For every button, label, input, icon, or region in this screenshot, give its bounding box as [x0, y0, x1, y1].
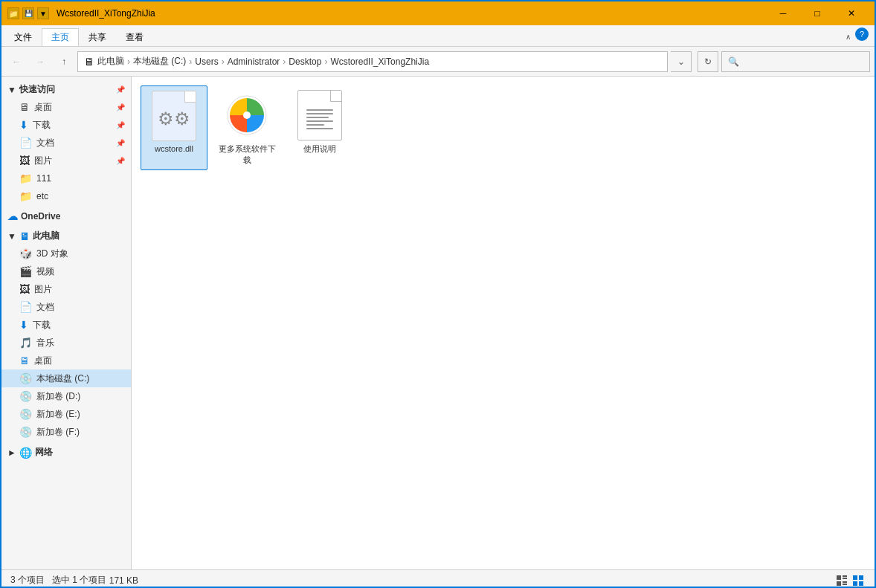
sidebar-item-images[interactable]: 🖼 图片: [1, 280, 131, 298]
minimize-button[interactable]: ─: [766, 1, 800, 25]
network-icon: 🌐: [19, 447, 32, 459]
pics-label: 图片: [34, 155, 52, 167]
sidebar-item-3d[interactable]: 🎲 3D 对象: [1, 245, 131, 262]
maximize-button[interactable]: □: [800, 1, 834, 25]
breadcrumb-part-3[interactable]: Administrator: [228, 56, 280, 67]
folder-111-icon: 📁: [19, 172, 32, 184]
breadcrumb-part-4[interactable]: Desktop: [289, 56, 321, 67]
quick-access-header[interactable]: ▼ 快速访问 📌: [1, 81, 131, 98]
pc-icon: 🖥: [19, 230, 30, 242]
details-view-icon[interactable]: [834, 573, 849, 588]
refresh-button[interactable]: ↻: [698, 51, 718, 72]
dropdown-icon[interactable]: ▼: [37, 7, 49, 19]
txt-file-icon: [297, 90, 342, 140]
folder-etc-icon: 📁: [19, 190, 32, 202]
sidebar-item-video[interactable]: 🎬 视频: [1, 262, 131, 280]
downloads-label: 下载: [33, 319, 51, 332]
tab-file[interactable]: 文件: [4, 28, 42, 46]
onedrive-icon: ☁: [7, 210, 18, 222]
svg-point-1: [243, 112, 251, 119]
folder-icon-small: 📁: [7, 7, 19, 19]
sidebar-item-download[interactable]: ⬇ 下载 📌: [1, 116, 131, 134]
docs-label: 文档: [36, 137, 54, 149]
sidebar-item-e-drive[interactable]: 💿 新加卷 (E:): [1, 405, 131, 423]
breadcrumb-part-1[interactable]: 本地磁盘 (C:): [133, 55, 186, 68]
sep-1: ›: [189, 56, 192, 67]
network-chevron: ►: [7, 448, 16, 458]
close-button[interactable]: ✕: [834, 1, 869, 25]
this-pc-section: ▼ 🖥 此电脑 🎲 3D 对象 🎬 视频 🖼 图片 📄 文档 ⬇: [1, 226, 131, 442]
breadcrumb-part-0[interactable]: 此电脑: [97, 55, 124, 68]
file-item-txt[interactable]: 使用说明: [286, 85, 353, 170]
sidebar-item-documents[interactable]: 📄 文档: [1, 298, 131, 316]
back-button[interactable]: ←: [6, 51, 27, 72]
sidebar-item-desktop2[interactable]: 🖥 桌面: [1, 352, 131, 369]
pin-marker-pics: 📌: [116, 157, 125, 165]
onedrive-label: OneDrive: [21, 211, 60, 222]
sidebar-item-desktop[interactable]: 🖥 桌面 📌: [1, 98, 131, 116]
collapse-icon[interactable]: ∧: [846, 33, 851, 41]
video-icon: 🎬: [19, 265, 32, 277]
title-bar-icons: 📁 💾 ▼: [7, 7, 49, 19]
status-bar: 3 个项目 选中 1 个项目 171 KB: [1, 569, 875, 588]
music-label: 音乐: [36, 337, 54, 349]
c-drive-label: 本地磁盘 (C:): [36, 372, 89, 385]
line-3: [306, 117, 329, 118]
file-size: 171 KB: [109, 575, 138, 586]
this-pc-header[interactable]: ▼ 🖥 此电脑: [1, 227, 131, 245]
network-label: 网络: [35, 446, 53, 459]
desktop2-icon: 🖥: [19, 355, 30, 366]
up-button[interactable]: ↑: [54, 51, 74, 72]
svg-rect-9: [859, 575, 863, 580]
f-drive-icon: 💿: [19, 426, 32, 438]
sidebar-item-111[interactable]: 📁 111: [1, 169, 131, 187]
address-bar: ← → ↑ 🖥 此电脑 › 本地磁盘 (C:) › Users › Admini…: [1, 47, 875, 77]
dll-file-label: wcstore.dll: [155, 144, 193, 153]
tab-view[interactable]: 查看: [116, 28, 153, 46]
file-item-colorapp[interactable]: 更多系统软件下载: [213, 85, 280, 170]
forward-button[interactable]: →: [30, 51, 51, 72]
breadcrumb-part-2[interactable]: Users: [195, 56, 218, 67]
network-header[interactable]: ► 🌐 网络: [1, 444, 131, 461]
download-icon: ⬇: [19, 119, 28, 131]
sidebar-item-downloads[interactable]: ⬇ 下载: [1, 316, 131, 334]
svg-rect-4: [843, 578, 847, 579]
quick-access-chevron: ▼: [7, 85, 16, 95]
ribbon: 文件 主页 共享 查看 ∧ ?: [1, 25, 875, 47]
file-item-dll[interactable]: ⚙⚙ wcstore.dll: [141, 85, 207, 170]
line-1: [306, 109, 333, 111]
desktop2-label: 桌面: [34, 355, 52, 367]
onedrive-header[interactable]: ☁ OneDrive: [1, 208, 131, 224]
d-drive-icon: 💿: [19, 390, 32, 402]
sidebar-item-d-drive[interactable]: 💿 新加卷 (D:): [1, 387, 131, 405]
tab-share[interactable]: 共享: [79, 28, 116, 46]
address-dropdown[interactable]: ⌄: [671, 51, 692, 72]
breadcrumb-part-5[interactable]: WcstoredII_XiTongZhiJia: [330, 56, 429, 67]
tab-home[interactable]: 主页: [42, 28, 79, 46]
onedrive-section: ☁ OneDrive: [1, 207, 131, 226]
txt-lines: [306, 109, 333, 129]
ribbon-chevron: ∧ ?: [846, 28, 875, 44]
svg-rect-10: [853, 581, 857, 586]
search-field[interactable]: 🔍: [721, 51, 870, 72]
pc-label: 此电脑: [33, 230, 59, 242]
quick-access-label: 快速访问: [19, 83, 55, 96]
save-icon: 💾: [22, 7, 34, 19]
sidebar-item-c-drive[interactable]: 💿 本地磁盘 (C:): [1, 369, 131, 387]
sidebar-item-pics[interactable]: 🖼 图片 📌: [1, 152, 131, 169]
music-icon: 🎵: [19, 337, 32, 349]
help-icon[interactable]: ?: [855, 28, 869, 41]
documents-icon: 📄: [19, 301, 32, 313]
colorapp-file-label: 更多系统软件下载: [218, 143, 276, 166]
large-icons-view-icon[interactable]: [851, 573, 866, 588]
sidebar-item-f-drive[interactable]: 💿 新加卷 (F:): [1, 423, 131, 441]
address-field[interactable]: 🖥 此电脑 › 本地磁盘 (C:) › Users › Administrato…: [77, 51, 668, 72]
sidebar-item-music[interactable]: 🎵 音乐: [1, 334, 131, 352]
content-area: ⚙⚙ wcstore.dll: [132, 77, 875, 569]
network-section: ► 🌐 网络: [1, 442, 131, 462]
sidebar-item-docs[interactable]: 📄 文档 📌: [1, 134, 131, 152]
dll-icon-area: ⚙⚙: [149, 91, 199, 141]
txt-file-label: 使用说明: [303, 143, 336, 155]
sidebar-item-etc[interactable]: 📁 etc: [1, 187, 131, 205]
images-icon: 🖼: [19, 283, 30, 295]
